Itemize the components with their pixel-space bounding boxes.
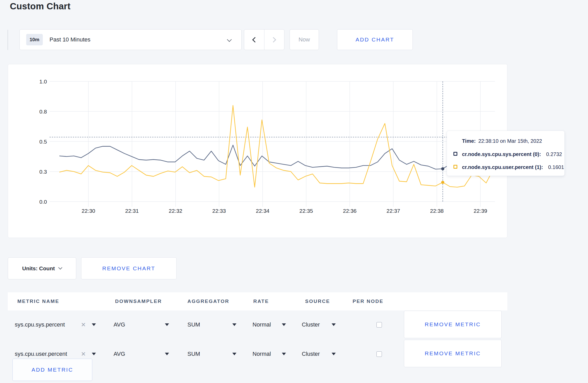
series-user-swatch-icon bbox=[453, 165, 457, 169]
tooltip-series-row: cr.node.sys.cpu.user.percent (1): 0.1601 bbox=[462, 164, 564, 171]
dropdown-arrow-icon bbox=[92, 323, 96, 326]
dropdown-arrow-icon bbox=[282, 353, 286, 355]
x-axis-label: 22:34 bbox=[256, 208, 270, 214]
units-select[interactable]: Units: Count bbox=[8, 257, 76, 279]
per-node-checkbox[interactable] bbox=[376, 322, 382, 328]
dropdown-arrow-icon bbox=[282, 323, 286, 326]
tooltip-series-label: cr.node.sys.cpu.sys.percent (0): bbox=[462, 151, 541, 157]
downsampler-select[interactable]: AVG bbox=[114, 311, 125, 339]
tooltip-series-value: 0.1601 bbox=[548, 164, 564, 170]
time-nav-group bbox=[244, 29, 284, 50]
metric-name-select[interactable]: sys.cpu.sys.percent bbox=[15, 311, 65, 339]
dropdown-arrow-icon bbox=[232, 323, 236, 326]
remove-metric-button[interactable]: REMOVE METRIC bbox=[404, 311, 502, 338]
time-window-label: Past 10 Minutes bbox=[50, 36, 90, 43]
crosshair-dot-0 bbox=[441, 167, 444, 170]
x-axis-label: 22:39 bbox=[474, 208, 487, 214]
dropdown-arrow-icon bbox=[165, 353, 169, 355]
column-header-aggregator: AGGREGATOR bbox=[187, 292, 229, 310]
remove-metric-button[interactable]: REMOVE METRIC bbox=[404, 340, 502, 367]
dropdown-arrow-icon bbox=[92, 353, 96, 355]
chevron-down-icon bbox=[227, 37, 232, 42]
metrics-table-header: METRIC NAME DOWNSAMPLER AGGREGATOR RATE … bbox=[8, 292, 507, 310]
add-metric-button[interactable]: ADD METRIC bbox=[12, 359, 92, 381]
aggregator-select[interactable]: SUM bbox=[187, 340, 200, 368]
column-header-downsampler: DOWNSAMPLER bbox=[115, 292, 162, 310]
x-axis-label: 22:35 bbox=[299, 208, 313, 214]
rate-select[interactable]: Normal bbox=[253, 340, 271, 368]
chevron-down-icon bbox=[58, 266, 62, 270]
series-line-1 bbox=[59, 105, 493, 187]
dropdown-arrow-icon bbox=[165, 323, 169, 326]
tooltip-series-row: cr.node.sys.cpu.sys.percent (0): 0.2732 bbox=[462, 151, 562, 158]
dropdown-arrow-icon bbox=[332, 323, 336, 326]
x-axis-label: 22:38 bbox=[430, 208, 444, 214]
page-title: Custom Chart bbox=[10, 1, 71, 11]
now-button[interactable]: Now bbox=[290, 29, 319, 50]
prev-range-button[interactable] bbox=[244, 30, 264, 50]
column-header-per-node: PER NODE bbox=[353, 292, 383, 310]
x-axis-label: 22:30 bbox=[82, 208, 95, 214]
x-axis-label: 22:36 bbox=[343, 208, 357, 214]
time-window-select[interactable]: 10m Past 10 Minutes bbox=[19, 29, 242, 50]
x-axis-label: 22:37 bbox=[387, 208, 400, 214]
column-header-source: SOURCE bbox=[305, 292, 330, 310]
tooltip-series-value: 0.2732 bbox=[546, 151, 562, 157]
chart-card: 0.00.30.50.81.022:3022:3122:3222:3322:34… bbox=[8, 64, 507, 238]
source-select[interactable]: Cluster bbox=[302, 311, 320, 339]
series-sys-swatch-icon bbox=[453, 152, 457, 156]
custom-chart-page: Custom Chart 10m Past 10 Minutes Now ADD… bbox=[0, 0, 588, 383]
tooltip-time-value: 22:38:10 on Mar 15th, 2022 bbox=[478, 138, 542, 144]
tooltip-time-label: Time: bbox=[462, 138, 476, 144]
x-axis-label: 22:31 bbox=[125, 208, 139, 214]
per-node-checkbox[interactable] bbox=[376, 351, 382, 357]
y-axis-label: 1.0 bbox=[39, 79, 47, 84]
y-axis-label: 0.0 bbox=[39, 199, 47, 205]
dropdown-arrow-icon bbox=[232, 353, 236, 355]
series-line-0 bbox=[59, 145, 493, 171]
remove-chart-button[interactable]: REMOVE CHART bbox=[81, 257, 177, 279]
time-window-badge: 10m bbox=[26, 34, 43, 45]
add-chart-button[interactable]: ADD CHART bbox=[337, 29, 413, 50]
y-axis-label: 0.5 bbox=[39, 139, 47, 145]
dropdown-arrow-icon bbox=[332, 353, 336, 355]
aggregator-select[interactable]: SUM bbox=[187, 311, 200, 339]
crosshair-dot-1 bbox=[441, 181, 444, 184]
tooltip-time-row: Time: 22:38:10 on Mar 15th, 2022 bbox=[462, 138, 542, 144]
chevron-right-icon bbox=[271, 37, 276, 42]
x-axis-label: 22:32 bbox=[169, 208, 183, 214]
tooltip-series-label: cr.node.sys.cpu.user.percent (1): bbox=[462, 164, 543, 170]
source-select[interactable]: Cluster bbox=[302, 340, 320, 368]
y-axis-label: 0.3 bbox=[39, 169, 47, 175]
chart-tooltip: Time: 22:38:10 on Mar 15th, 2022 cr.node… bbox=[447, 131, 565, 176]
column-header-metric-name: METRIC NAME bbox=[17, 292, 59, 310]
units-label: Units: Count bbox=[22, 265, 55, 272]
y-axis-label: 0.8 bbox=[39, 109, 47, 115]
chevron-left-icon bbox=[252, 37, 258, 42]
x-axis-label: 22:33 bbox=[212, 208, 226, 214]
next-range-button[interactable] bbox=[264, 30, 284, 50]
rate-select[interactable]: Normal bbox=[253, 311, 271, 339]
column-header-rate: RATE bbox=[253, 292, 269, 310]
downsampler-select[interactable]: AVG bbox=[114, 340, 125, 368]
toolbar-left-divider bbox=[8, 30, 8, 50]
clear-metric-icon[interactable]: ✕ bbox=[81, 311, 86, 339]
chart-canvas[interactable]: 0.00.30.50.81.022:3022:3122:3222:3322:34… bbox=[8, 64, 508, 238]
